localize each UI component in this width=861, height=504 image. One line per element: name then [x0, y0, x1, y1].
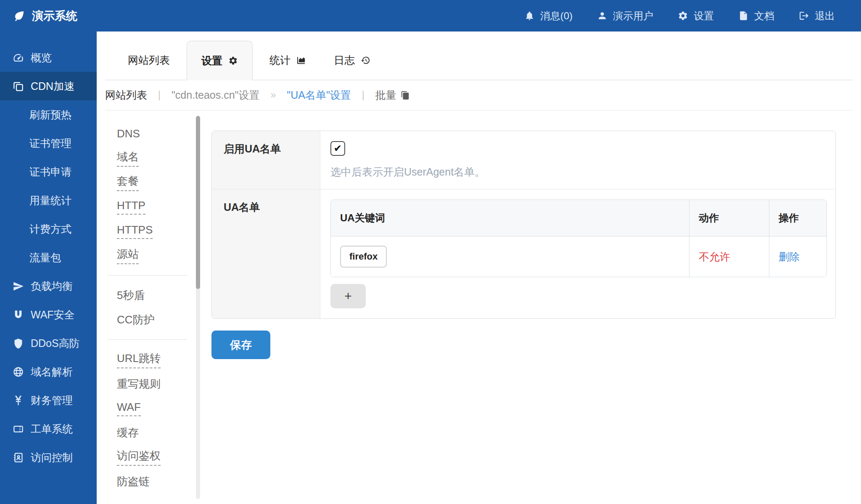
breadcrumb-batch-button[interactable]: 批量 [375, 88, 410, 102]
settings-menu-item[interactable]: 缓存 [107, 420, 200, 445]
sidebar-item-label: CDN加速 [31, 79, 74, 93]
app-header: 演示系统 消息(0)演示用户设置文档退出 [0, 0, 861, 32]
main-content: 网站列表设置统计日志 网站列表|"cdn.teaos.cn"设置»"UA名单"设… [97, 32, 861, 504]
settings-menu-item-label: 防盗链 [117, 474, 150, 489]
settings-menu-item-label: WAF [117, 401, 141, 416]
ua-keyword-chip[interactable]: firefox [340, 246, 387, 268]
sign-out-icon [799, 10, 809, 21]
settings-menu-item-label: URL跳转 [117, 351, 161, 368]
settings-menu-item[interactable]: 重写规则 [107, 372, 200, 396]
sidebar-item[interactable]: 负载均衡 [0, 272, 97, 300]
sidebar-item-label: 财务管理 [31, 394, 73, 407]
column-header-operation: 操作 [769, 200, 827, 236]
header-nav-item[interactable]: 设置 [678, 9, 714, 23]
yen-icon [12, 395, 25, 406]
sidebar-item[interactable]: 流量包 [0, 243, 97, 272]
tab-item[interactable]: 设置 [187, 41, 253, 80]
header-nav: 消息(0)演示用户设置文档退出 [524, 9, 835, 23]
delete-link[interactable]: 删除 [779, 251, 800, 262]
gear-icon [228, 56, 238, 66]
sidebar-item-label: 工单系统 [31, 422, 73, 436]
breadcrumb-item[interactable]: 网站列表 [105, 88, 147, 102]
tab-item[interactable]: 统计 [259, 41, 317, 80]
ua-table: UA关键词 动作 操作 firefox [330, 200, 827, 277]
magnet-icon [12, 309, 25, 320]
table-row: firefox 不允许 删除 [331, 236, 827, 277]
sidebar-item-label: 计费方式 [29, 222, 71, 236]
breadcrumb-separator: » [271, 89, 276, 101]
sidebar-item-label: 流量包 [29, 251, 61, 265]
settings-menu-item[interactable]: 防盗链 [107, 469, 200, 494]
settings-menu-item[interactable]: DNS [107, 121, 200, 146]
settings-menu-item[interactable]: 域名 [107, 146, 200, 170]
sidebar-item[interactable]: 工单系统 [0, 415, 97, 443]
sidebar-item[interactable]: 访问控制 [0, 443, 97, 472]
sidebar-item[interactable]: 概览 [0, 43, 97, 72]
sidebar-item-label: 证书管理 [29, 136, 71, 150]
settings-menu-item-label: HTTPS [117, 223, 153, 239]
sidebar-item[interactable]: 用量统计 [0, 186, 97, 215]
action-value: 不允许 [699, 251, 730, 262]
sidebar-item-label: WAF安全 [31, 308, 75, 322]
settings-menu-item[interactable]: HTTP [107, 194, 200, 219]
tab-item[interactable]: 网站列表 [117, 41, 181, 80]
settings-menu-item[interactable]: 访问鉴权 [107, 445, 200, 469]
tab-item[interactable]: 日志 [323, 41, 381, 80]
enable-ua-label: 启用UA名单 [212, 131, 320, 189]
sidebar-item[interactable]: 计费方式 [0, 215, 97, 243]
settings-menu-item-label: DNS [117, 127, 140, 140]
header-nav-item[interactable]: 消息(0) [524, 9, 573, 23]
breadcrumb-batch-label: 批量 [375, 88, 396, 102]
add-row-button[interactable]: + [330, 284, 366, 308]
header-nav-label: 设置 [694, 9, 714, 23]
settings-menu-item-label: HTTP [117, 199, 145, 215]
breadcrumb-item[interactable]: "cdn.teaos.cn"设置 [172, 88, 260, 102]
settings-menu-scrollbar[interactable] [196, 116, 200, 499]
save-button[interactable]: 保存 [211, 331, 270, 359]
settings-menu-item-label: 源站 [117, 247, 139, 264]
settings-menu-item[interactable]: URL跳转 [107, 347, 200, 372]
ua-list-value: UA关键词 动作 操作 firefox [320, 189, 835, 318]
breadcrumb: 网站列表|"cdn.teaos.cn"设置»"UA名单"设置|批量 [105, 80, 853, 110]
sidebar-item[interactable]: 证书管理 [0, 129, 97, 158]
ua-enable-checkbox[interactable] [330, 141, 345, 156]
ua-enable-help: 选中后表示开启UserAgent名单。 [330, 165, 827, 179]
app-logo[interactable]: 演示系统 [13, 8, 77, 24]
sidebar-item[interactable]: CDN加速 [0, 72, 97, 100]
paper-plane-icon [12, 281, 25, 292]
column-header-keyword: UA关键词 [331, 200, 689, 236]
settings-menu-item-label: 5秒盾 [117, 288, 145, 303]
sidebar-item[interactable]: DDoS高防 [0, 329, 97, 357]
header-nav-label: 退出 [815, 9, 835, 23]
sidebar-item[interactable]: 财务管理 [0, 386, 97, 415]
tab-label: 统计 [269, 53, 291, 67]
settings-menu-item[interactable]: WAF [107, 396, 200, 420]
sidebar-item[interactable]: 证书申请 [0, 158, 97, 186]
settings-menu-item[interactable]: 5秒盾 [107, 283, 200, 307]
settings-menu-item[interactable]: 套餐 [107, 170, 200, 194]
settings-menu: DNS域名套餐HTTPHTTPS源站5秒盾CC防护URL跳转重写规则WAF缓存访… [97, 110, 200, 494]
settings-menu-item[interactable]: 源站 [107, 243, 200, 268]
sidebar-item[interactable]: 域名解析 [0, 357, 97, 386]
scrollbar-thumb[interactable] [196, 116, 200, 289]
sidebar-item-label: 概览 [31, 51, 52, 65]
ua-settings-panel: 启用UA名单 选中后表示开启UserAgent名单。 UA名单 [211, 131, 836, 319]
file-icon [738, 10, 749, 21]
sidebar-item[interactable]: WAF安全 [0, 300, 97, 329]
breadcrumb-separator: | [362, 89, 364, 101]
form-column: 启用UA名单 选中后表示开启UserAgent名单。 UA名单 [200, 110, 861, 494]
header-nav-item[interactable]: 退出 [799, 9, 835, 23]
sidebar-item[interactable]: 刷新预热 [0, 100, 97, 129]
sidebar-item-label: 域名解析 [31, 365, 73, 379]
gear-icon [678, 10, 688, 21]
settings-menu-item[interactable]: CC防护 [107, 307, 200, 332]
user-icon [597, 10, 607, 21]
bell-icon [524, 10, 535, 21]
breadcrumb-item[interactable]: "UA名单"设置 [287, 88, 351, 102]
sidebar-item-label: 刷新预热 [29, 108, 71, 122]
column-header-action: 动作 [689, 200, 769, 236]
settings-menu-item[interactable]: HTTPS [107, 219, 200, 243]
header-nav-item[interactable]: 演示用户 [597, 9, 653, 23]
header-nav-item[interactable]: 文档 [738, 9, 774, 23]
sidebar-item-label: 负载均衡 [31, 279, 73, 293]
